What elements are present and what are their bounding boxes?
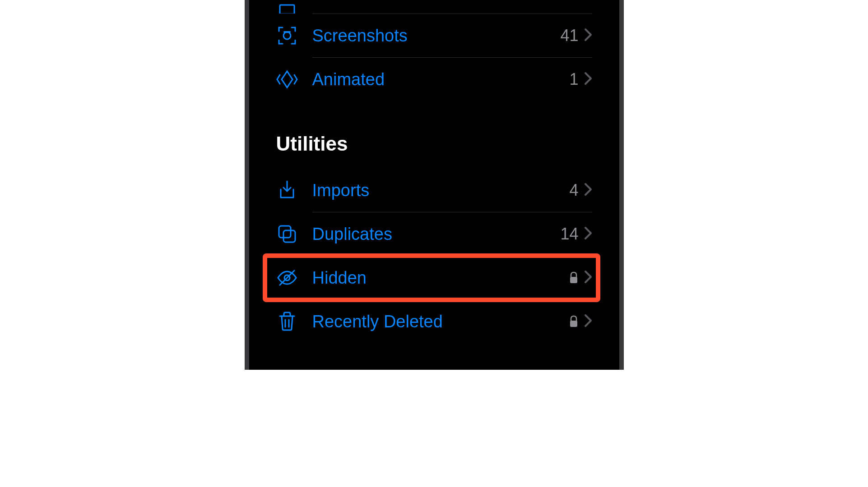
albums-list: Screenshots 41 Animated 1 Utilities: [249, 0, 619, 343]
partial-icon: [276, 0, 312, 14]
svg-point-1: [283, 32, 291, 39]
list-item-count: 1: [569, 70, 578, 89]
chevron-right-icon: [584, 28, 592, 43]
svg-rect-0: [280, 5, 294, 14]
trash-icon: [276, 311, 312, 332]
svg-rect-2: [283, 31, 291, 33]
chevron-right-icon: [584, 183, 592, 198]
list-item-count: 41: [560, 26, 578, 45]
chevron-right-icon: [584, 314, 592, 329]
chevron-right-icon: [584, 72, 592, 87]
chevron-right-icon: [584, 270, 592, 285]
list-item-label: Hidden: [312, 268, 569, 288]
list-item-screenshots[interactable]: Screenshots 41: [276, 14, 592, 57]
list-item-hidden[interactable]: Hidden: [276, 256, 592, 299]
list-item-recently-deleted[interactable]: Recently Deleted: [276, 300, 592, 343]
imports-icon: [276, 179, 312, 201]
chevron-right-icon: [584, 226, 592, 242]
svg-rect-10: [570, 321, 577, 327]
list-item-label: Recently Deleted: [312, 312, 569, 331]
svg-rect-3: [279, 226, 291, 238]
list-item-label: Screenshots: [312, 26, 561, 46]
screenshots-icon: [276, 25, 312, 46]
svg-rect-7: [570, 277, 577, 283]
hidden-icon: [276, 267, 312, 289]
list-item-animated[interactable]: Animated 1: [276, 58, 592, 101]
list-item-count: 14: [560, 225, 578, 244]
phone-screen: Screenshots 41 Animated 1 Utilities: [245, 0, 624, 370]
list-item-duplicates[interactable]: Duplicates 14: [276, 212, 592, 256]
list-item-imports[interactable]: Imports 4: [276, 169, 592, 212]
list-item-partial-top[interactable]: [276, 0, 592, 14]
duplicates-icon: [276, 223, 312, 245]
lock-icon: [569, 315, 579, 328]
list-item-label: Imports: [312, 181, 570, 200]
animated-icon: [276, 69, 312, 90]
list-item-count: 4: [569, 181, 578, 200]
list-item-label: Animated: [312, 70, 570, 89]
lock-icon: [569, 271, 579, 284]
utilities-section-header: Utilities: [276, 133, 592, 155]
list-item-label: Duplicates: [312, 225, 561, 244]
svg-rect-4: [283, 230, 295, 242]
